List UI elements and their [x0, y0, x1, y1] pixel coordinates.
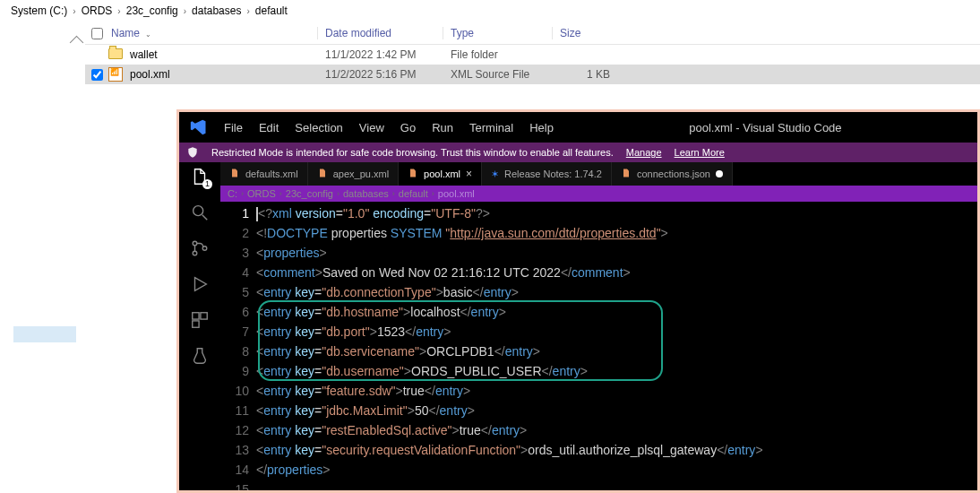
- svg-point-0: [193, 206, 203, 216]
- column-date[interactable]: Date modified: [318, 27, 443, 39]
- file-type: File folder: [443, 48, 553, 61]
- restricted-mode-text: Restricted Mode is intended for safe cod…: [211, 147, 614, 158]
- explorer-badge: 1: [202, 179, 212, 189]
- editor-breadcrumb[interactable]: C:›ORDS›23c_config›databases›default›poo…: [220, 186, 977, 202]
- menu-item[interactable]: File: [224, 121, 243, 134]
- editor-tab[interactable]: pool.xml×: [399, 162, 482, 186]
- menu-item[interactable]: View: [359, 121, 384, 134]
- file-row[interactable]: pool.xml11/2/2022 5:16 PMXML Source File…: [85, 65, 980, 84]
- file-icon: [621, 168, 632, 180]
- file-row[interactable]: wallet11/1/2022 1:42 PMFile folder: [85, 45, 980, 65]
- shield-icon: [186, 146, 199, 159]
- file-icon: [229, 168, 240, 180]
- file-icon: [317, 168, 328, 180]
- editor-tab[interactable]: ✶Release Notes: 1.74.2: [482, 162, 612, 186]
- line-gutter: 123456789101112131415: [220, 202, 256, 490]
- editor-crumb-seg[interactable]: default: [399, 188, 428, 199]
- menu-item[interactable]: Go: [400, 121, 416, 134]
- menu-item[interactable]: Edit: [259, 121, 279, 134]
- menu-item[interactable]: Run: [432, 121, 453, 134]
- file-type: XML Source File: [443, 68, 553, 81]
- editor-crumb-seg[interactable]: databases: [343, 188, 389, 199]
- file-icon: [408, 168, 418, 180]
- extensions-icon[interactable]: [189, 309, 211, 331]
- vscode-titlebar[interactable]: FileEditSelectionViewGoRunTerminalHelp p…: [179, 112, 977, 143]
- search-icon[interactable]: [189, 202, 211, 223]
- breadcrumb-segment[interactable]: ORDS: [76, 4, 118, 17]
- svg-rect-7: [193, 321, 199, 327]
- editor-tab[interactable]: connections.json: [612, 162, 733, 186]
- testing-icon[interactable]: [189, 345, 211, 367]
- folder-icon: [108, 48, 123, 59]
- editor-crumb-seg[interactable]: pool.xml: [438, 188, 475, 199]
- column-header-row: Name ⌄ Date modified Type Size: [85, 22, 980, 45]
- file-name: pool.xml: [130, 68, 170, 81]
- breadcrumb-segment[interactable]: default: [250, 4, 293, 17]
- breadcrumb-segment[interactable]: databases: [186, 4, 246, 17]
- chevron-right-icon: ›: [432, 189, 434, 198]
- tab-label: Release Notes: 1.74.2: [504, 169, 602, 179]
- xml-file-icon: [108, 67, 123, 82]
- editor-crumb-seg[interactable]: 23c_config: [286, 188, 333, 199]
- source-control-icon[interactable]: [189, 238, 211, 259]
- editor-crumb-seg[interactable]: ORDS: [247, 188, 276, 199]
- menu-item[interactable]: Help: [529, 121, 554, 134]
- svg-rect-5: [193, 313, 199, 319]
- close-icon[interactable]: ×: [466, 168, 472, 180]
- vscode-window: FileEditSelectionViewGoRunTerminalHelp p…: [176, 109, 980, 493]
- menu-item[interactable]: Terminal: [469, 121, 513, 134]
- vscode-logo-icon: [190, 118, 208, 136]
- run-debug-icon[interactable]: [189, 273, 211, 295]
- tab-label: defaults.xml: [245, 169, 298, 179]
- tab-label: pool.xml: [424, 169, 460, 179]
- chevron-down-icon: ⌄: [143, 30, 151, 39]
- chevron-right-icon: ›: [241, 189, 244, 198]
- dirty-indicator-icon: [716, 170, 723, 177]
- svg-point-3: [193, 251, 197, 255]
- explorer-icon[interactable]: 1: [189, 166, 211, 187]
- code-editor[interactable]: 123456789101112131415 <?xml version="1.0…: [220, 202, 977, 490]
- editor-tabs: defaults.xmlapex_pu.xmlpool.xml×✶Release…: [220, 162, 977, 186]
- tab-label: connections.json: [637, 169, 710, 179]
- learn-more-link[interactable]: Learn More: [675, 147, 725, 158]
- code-content[interactable]: <?xml version="1.0" encoding="UTF-8"?><!…: [256, 202, 977, 490]
- file-name: wallet: [130, 48, 158, 61]
- editor-tab[interactable]: apex_pu.xml: [308, 162, 399, 186]
- release-notes-icon: ✶: [491, 169, 499, 180]
- row-checkbox[interactable]: [91, 69, 103, 81]
- svg-point-2: [193, 241, 197, 246]
- select-all-checkbox[interactable]: [91, 28, 103, 39]
- svg-rect-6: [201, 313, 207, 319]
- column-type[interactable]: Type: [443, 27, 553, 39]
- chevron-right-icon: ›: [392, 189, 395, 198]
- editor-tab[interactable]: defaults.xml: [220, 162, 308, 186]
- svg-point-4: [202, 246, 207, 251]
- chevron-right-icon: ›: [279, 189, 282, 198]
- breadcrumb-segment[interactable]: System (C:): [5, 4, 73, 17]
- file-size: 1 KB: [553, 68, 619, 81]
- tab-label: apex_pu.xml: [333, 169, 389, 179]
- window-title: pool.xml - Visual Studio Code: [680, 121, 850, 134]
- manage-link[interactable]: Manage: [626, 147, 662, 158]
- activity-bar: 1: [179, 162, 220, 490]
- nav-tree-selection: [13, 326, 76, 342]
- menu-item[interactable]: Selection: [295, 121, 342, 134]
- file-date: 11/2/2022 5:16 PM: [318, 68, 443, 81]
- chevron-right-icon: ›: [337, 189, 340, 198]
- editor-crumb-seg[interactable]: C:: [228, 188, 237, 199]
- breadcrumb-segment[interactable]: 23c_config: [121, 4, 184, 17]
- column-size[interactable]: Size: [553, 27, 619, 39]
- explorer-breadcrumb[interactable]: System (C:)›ORDS›23c_config›databases›de…: [0, 0, 980, 22]
- restricted-mode-bar: Restricted Mode is intended for safe cod…: [179, 143, 977, 162]
- svg-line-1: [202, 215, 208, 221]
- explorer-nav-pane[interactable]: [0, 22, 85, 493]
- file-date: 11/1/2022 1:42 PM: [318, 48, 443, 61]
- column-name[interactable]: Name ⌄: [108, 27, 318, 39]
